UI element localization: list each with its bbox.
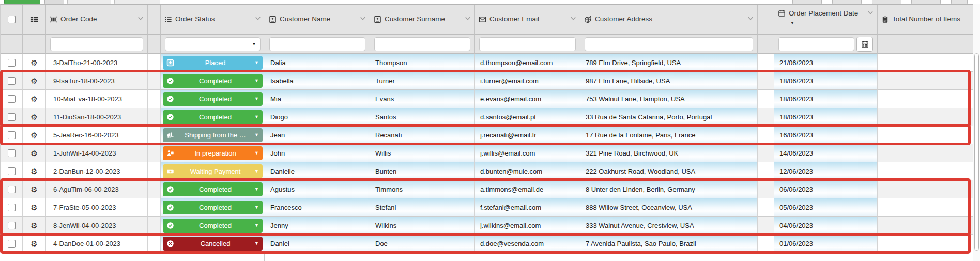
gray-button-cropped[interactable] [44,0,64,4]
row-checkbox[interactable] [8,131,16,139]
order-status-badge[interactable]: Completed ▼ [163,74,263,88]
column-menu-chevron-icon[interactable] [137,15,144,24]
gear-icon[interactable]: ⚙ [30,95,37,103]
column-menu-chevron-icon[interactable] [747,15,754,24]
filter-input-customer_address[interactable] [585,37,753,51]
cell-total-items [878,108,973,126]
column-menu-chevron-icon[interactable] [255,15,261,24]
column-menu-chevron-icon[interactable] [360,15,366,24]
gray-button-cropped[interactable] [951,0,968,4]
gear-icon[interactable]: ⚙ [30,149,37,157]
row-checkbox[interactable] [8,59,16,67]
cell-select [1,180,23,198]
gear-icon[interactable]: ⚙ [30,240,37,248]
row-checkbox[interactable] [8,186,16,193]
table-row: ⚙2-DanBun-12-00-2023 Waiting Payment ▼ D… [1,162,973,180]
column-menu-chevron-icon[interactable] [867,9,874,18]
sort-desc-icon: ▼ [790,21,794,25]
filter-input-customer_surname[interactable] [374,37,470,51]
cell-order-status: Completed ▼ [161,180,265,198]
order-status-badge[interactable]: Completed ▼ [163,110,263,124]
cell-customer-surname: Turner [370,72,475,90]
grid-bottom-filler [0,252,973,261]
order-status-badge[interactable]: Cancelled ▼ [163,237,263,251]
order-status-badge[interactable]: Shipping from the … ▼ [163,128,263,142]
column-header-select[interactable] [1,5,23,35]
row-checkbox[interactable] [8,240,16,248]
order-status-badge[interactable]: Completed ▼ [163,92,263,106]
column-header-spacer1 [148,5,161,35]
row-checkbox[interactable] [8,149,16,157]
column-header-order_date[interactable]: Order Placement Date ▼ [774,5,878,35]
gear-icon[interactable]: ⚙ [30,131,37,139]
gray-button-cropped[interactable] [832,0,862,4]
cell-customer-surname: Wilkins [370,217,475,235]
ordered-list-icon [164,16,172,23]
gray-button-cropped[interactable] [114,0,160,4]
gear-icon[interactable]: ⚙ [30,222,37,229]
column-header-customer_email[interactable]: Customer Email [475,5,580,35]
row-checkbox[interactable] [8,167,16,175]
gear-icon[interactable]: ⚙ [30,186,37,193]
gray-button-cropped[interactable] [911,0,941,4]
cell-customer-address: 8 Unter den Linden, Berlin, Germany [580,180,758,198]
cell-select [1,235,23,253]
column-header-customer_surname[interactable]: Customer Surname [370,5,475,35]
columns-icon[interactable] [30,16,38,23]
cell-spacer [148,198,161,217]
order-status-badge[interactable]: Placed ▼ [163,56,263,70]
cell-customer-email: j.recanati@email.fr [475,126,580,144]
column-header-customer_name[interactable]: Customer Name [265,5,370,35]
column-menu-chevron-icon[interactable] [465,15,471,24]
cell-order-status: Completed ▼ [161,72,265,90]
scrollbar-thumb[interactable] [974,53,979,251]
cell-customer-email: f.stefani@email.com [475,198,580,217]
filter-input-customer_name[interactable] [269,37,365,51]
filter-input-order_code[interactable] [50,37,143,51]
order-status-badge[interactable]: In preparation ▼ [163,146,263,160]
gear-icon[interactable]: ⚙ [30,204,37,211]
green-button-cropped[interactable] [4,0,40,4]
select-all-checkbox[interactable] [8,16,16,23]
column-header-total_items[interactable]: Total Number of Items [878,5,973,35]
cell-customer-address: 753 Walnut Lane, Hampton, USA [580,90,758,108]
gear-icon[interactable]: ⚙ [30,167,37,175]
column-header-order_status[interactable]: Order Status [161,5,265,35]
banknote-icon [166,167,174,175]
filter-input-customer_email[interactable] [479,37,576,51]
column-menu-chevron-icon[interactable] [570,15,576,24]
cell-customer-name: Dalia [265,54,370,72]
status-label: Shipping from the … [176,131,254,139]
gray-button-cropped[interactable] [792,0,822,4]
barcode-icon [50,16,57,23]
row-checkbox[interactable] [8,204,16,211]
column-label: Customer Email [489,15,539,24]
caret-down-icon: ▼ [254,205,259,210]
row-checkbox[interactable] [8,95,16,103]
filter-select-order_status[interactable] [165,37,261,51]
gear-icon[interactable]: ⚙ [30,59,37,67]
row-checkbox[interactable] [8,77,16,85]
cell-customer-surname: Evans [370,90,475,108]
cell-spacer [148,217,161,235]
cell-select [1,162,23,180]
gray-button-cropped[interactable] [872,0,901,4]
order-status-badge[interactable]: Completed ▼ [163,182,263,196]
row-checkbox[interactable] [8,222,16,229]
order-status-badge[interactable]: Waiting Payment ▼ [163,164,263,178]
gear-icon[interactable]: ⚙ [30,77,37,85]
filter-input-order_date[interactable] [778,37,854,51]
column-header-order_code[interactable]: Order Code [46,5,148,35]
column-header-customer_address[interactable]: Customer Address [580,5,758,35]
cell-total-items [878,235,973,253]
date-picker-button[interactable] [856,37,873,52]
contact-card-icon [269,16,277,23]
order-status-badge[interactable]: Completed ▼ [163,201,263,214]
row-checkbox[interactable] [8,113,16,121]
gear-icon[interactable]: ⚙ [30,113,37,121]
vertical-scrollbar[interactable] [973,4,980,261]
order-status-badge[interactable]: Completed ▼ [163,219,263,233]
filter-select-caret-icon[interactable]: ▼ [248,38,260,51]
table-row: ⚙5-JeaRec-16-00-2023 Shipping from the …… [1,126,973,144]
gray-button-cropped[interactable] [67,0,111,4]
